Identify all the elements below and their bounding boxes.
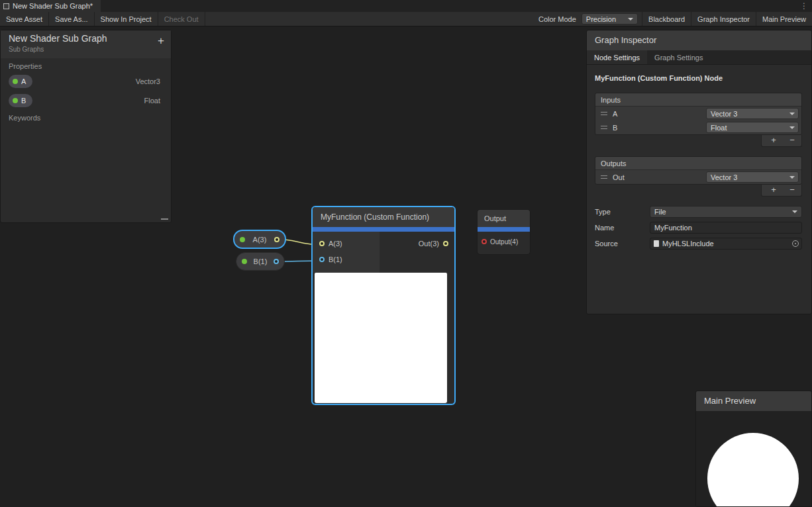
property-pill-b[interactable]: B: [9, 94, 32, 107]
chevron-down-icon: [792, 210, 797, 213]
inputs-list-title: Inputs: [595, 93, 801, 107]
output-socket-float[interactable]: [274, 259, 279, 264]
output-row-out[interactable]: Out Vector 3: [595, 170, 801, 184]
exposed-dot-icon: [13, 98, 18, 103]
exposed-dot-icon: [242, 259, 247, 264]
save-asset-button[interactable]: Save Asset: [0, 12, 49, 26]
inspected-node-header: MyFunction (Custom Function) Node: [595, 74, 802, 82]
toolbar-spacer: [205, 12, 533, 26]
output-port-out[interactable]: Out(3): [419, 236, 448, 252]
input-b-type-dropdown[interactable]: Float: [706, 122, 799, 133]
unity-icon: [3, 3, 9, 9]
property-type: Float: [144, 97, 160, 105]
name-label: Name: [595, 224, 650, 232]
source-object-field[interactable]: MyHLSLInclude: [650, 238, 802, 250]
port-label: Out(3): [419, 240, 439, 248]
object-picker-icon[interactable]: [792, 240, 799, 247]
output-socket-vector3[interactable]: [274, 237, 279, 242]
drag-handle-icon[interactable]: [601, 126, 607, 129]
save-as-button[interactable]: Save As...: [49, 12, 95, 26]
type-label: Type: [595, 208, 650, 216]
chevron-down-icon: [628, 18, 633, 21]
inputs-list: Inputs A Vector 3 B Float: [595, 93, 802, 135]
keywords-section-label: Keywords: [1, 110, 171, 123]
port-label: B(1): [329, 255, 342, 263]
precision-dropdown[interactable]: Precision: [582, 13, 638, 24]
chevron-down-icon: [789, 176, 795, 179]
color-mode-label: Color Mode: [533, 12, 582, 26]
property-node-b[interactable]: B(1): [236, 252, 285, 271]
blackboard-resize-handle[interactable]: [161, 218, 168, 220]
output-socket-vector3[interactable]: [443, 241, 448, 246]
inspector-body: MyFunction (Custom Function) Node Inputs…: [587, 65, 811, 250]
dropdown-value: Float: [711, 124, 789, 132]
input-a-type-dropdown[interactable]: Vector 3: [706, 108, 799, 119]
exposed-dot-icon: [240, 237, 245, 242]
graph-inspector-header[interactable]: Graph Inspector: [587, 30, 811, 50]
input-row-b[interactable]: B Float: [595, 120, 801, 134]
drag-handle-icon[interactable]: [601, 112, 607, 115]
dropdown-value: Vector 3: [711, 173, 789, 181]
row-name: Out: [613, 173, 701, 181]
input-port-b[interactable]: B(1): [313, 252, 380, 267]
property-node-label: A(3): [249, 236, 270, 244]
main-preview-toggle-button[interactable]: Main Preview: [756, 12, 812, 26]
graph-inspector-toggle-button[interactable]: Graph Inspector: [691, 12, 756, 26]
property-node-a[interactable]: A(3): [233, 230, 286, 249]
add-property-button[interactable]: +: [158, 36, 164, 46]
input-socket-vector3[interactable]: [319, 241, 325, 246]
source-label: Source: [595, 240, 650, 248]
port-label: Output(4): [490, 238, 518, 246]
drag-handle-icon[interactable]: [601, 175, 607, 179]
main-preview-header[interactable]: Main Preview: [696, 391, 811, 411]
outputs-list: Outputs Out Vector 3: [595, 156, 802, 185]
remove-output-button[interactable]: −: [783, 185, 801, 196]
graph-inspector-panel: Graph Inspector Node Settings Graph Sett…: [586, 30, 812, 314]
outputs-list-title: Outputs: [595, 157, 801, 170]
input-port-a[interactable]: A(3): [313, 236, 380, 252]
tab-strip: New Shader Sub Graph* ⋮: [0, 0, 812, 12]
remove-input-button[interactable]: −: [783, 135, 801, 146]
kebab-menu-icon[interactable]: ⋮: [796, 0, 812, 12]
node-title: MyFunction (Custom Function): [313, 207, 454, 227]
output-out-type-dropdown[interactable]: Vector 3: [706, 171, 799, 183]
add-input-button[interactable]: +: [764, 135, 783, 146]
exposed-dot-icon: [13, 79, 18, 84]
input-port-output[interactable]: Output(4): [478, 232, 530, 252]
blackboard-subtitle: Sub Graphs: [9, 46, 163, 53]
file-icon: [654, 240, 659, 247]
name-field[interactable]: [650, 222, 802, 234]
inputs-list-footer: + −: [761, 135, 802, 147]
tab-graph-settings[interactable]: Graph Settings: [647, 50, 710, 64]
property-type: Vector3: [136, 77, 160, 85]
properties-section-label: Properties: [1, 58, 171, 71]
property-pill-a[interactable]: A: [9, 75, 32, 88]
tab-title: New Shader Sub Graph*: [13, 2, 93, 10]
output-node[interactable]: Output Output(4): [477, 209, 531, 255]
inspector-tabs: Node Settings Graph Settings: [587, 50, 811, 65]
main-preview-viewport[interactable]: [696, 411, 811, 506]
input-socket-float[interactable]: [319, 257, 325, 262]
input-socket-vector4[interactable]: [482, 239, 487, 244]
node-preview-area: [315, 273, 447, 403]
show-in-project-button[interactable]: Show In Project: [95, 12, 158, 26]
dropdown-value: File: [654, 208, 792, 216]
property-name: A: [21, 77, 26, 85]
tab-node-settings[interactable]: Node Settings: [587, 50, 647, 64]
blackboard-panel: New Shader Sub Graph Sub Graphs + Proper…: [0, 30, 172, 223]
custom-function-node[interactable]: MyFunction (Custom Function) A(3) B(1) O…: [312, 207, 455, 404]
main-preview-panel: Main Preview: [695, 391, 812, 507]
tab-new-shader-sub-graph[interactable]: New Shader Sub Graph*: [0, 0, 101, 12]
blackboard-property-row[interactable]: A Vector3: [1, 71, 171, 91]
blackboard-property-row[interactable]: B Float: [1, 91, 171, 110]
preview-sphere: [707, 433, 799, 506]
blackboard-header[interactable]: New Shader Sub Graph Sub Graphs +: [1, 30, 171, 58]
row-name: B: [613, 124, 701, 132]
blackboard-toggle-button[interactable]: Blackboard: [642, 12, 691, 26]
chevron-down-icon: [789, 113, 795, 115]
precision-value: Precision: [586, 15, 616, 23]
input-row-a[interactable]: A Vector 3: [595, 107, 801, 120]
type-dropdown[interactable]: File: [650, 206, 802, 218]
add-output-button[interactable]: +: [764, 185, 783, 196]
chevron-down-icon: [789, 126, 795, 129]
